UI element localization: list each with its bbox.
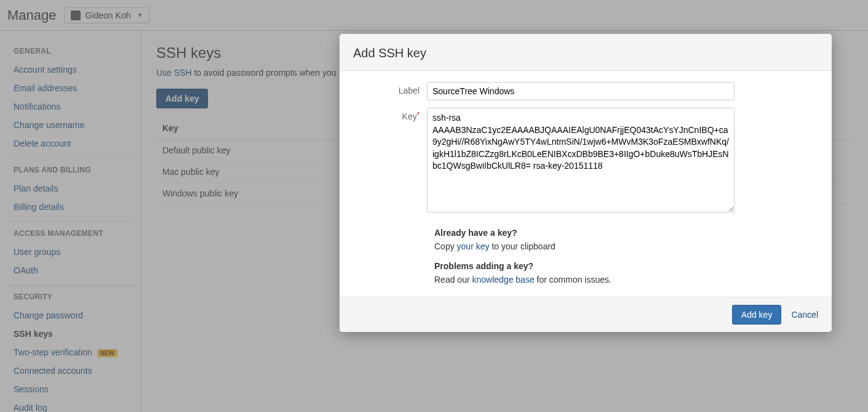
key-field-label: Key* [353,108,427,214]
key-textarea[interactable] [427,108,735,212]
add-ssh-key-modal: Add SSH key Label Key* Already have a ke… [340,34,832,332]
modal-add-key-button[interactable]: Add key [732,305,782,325]
problems-text: Read our knowledge base for common issue… [434,275,754,285]
already-have-key-text: Copy your key to your clipboard [434,241,754,251]
modal-title: Add SSH key [340,34,832,71]
label-field-label: Label [353,82,427,100]
form-help: Already have a key? Copy your key to you… [434,222,754,285]
modal-cancel-link[interactable]: Cancel [791,310,818,320]
your-key-link[interactable]: your key [457,241,490,251]
label-input[interactable] [427,82,735,100]
knowledge-base-link[interactable]: knowledge base [472,275,534,285]
already-have-key-heading: Already have a key? [434,222,754,238]
problems-heading: Problems adding a key? [434,255,754,271]
